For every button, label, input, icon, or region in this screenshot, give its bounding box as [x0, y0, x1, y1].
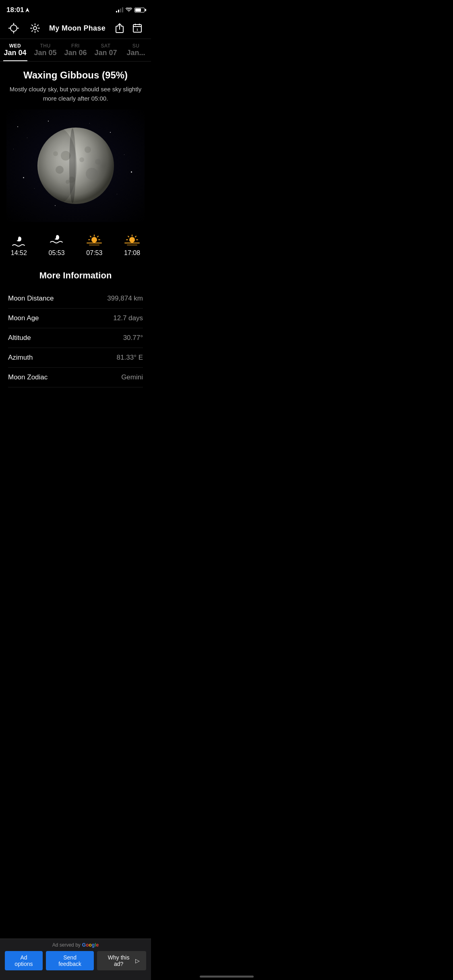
svg-point-26 [91, 237, 97, 243]
moon-image [35, 121, 116, 210]
moon-distance-row: Moon Distance 399,874 km [8, 289, 143, 309]
tab-fri[interactable]: FRI Jan 06 [60, 39, 91, 61]
tab-thu[interactable]: THU Jan 05 [30, 39, 60, 61]
battery-icon [134, 8, 145, 12]
crosshair-icon [8, 23, 19, 33]
tab-sat[interactable]: SAT Jan 07 [91, 39, 121, 61]
calendar-icon: 1 [132, 23, 142, 33]
svg-line-36 [135, 236, 136, 237]
svg-line-28 [97, 236, 98, 237]
moonset-icon [50, 234, 64, 247]
date-tabs: WED Jan 04 THU Jan 05 FRI Jan 06 SAT Jan… [0, 39, 151, 62]
app-title: My Moon Phase [49, 24, 105, 33]
more-info-section: More Information Moon Distance 399,874 k… [0, 266, 151, 395]
sunset-item: 17:08 [124, 234, 140, 257]
wifi-icon [126, 8, 132, 12]
status-bar: 18:01 [0, 0, 151, 18]
moonrise-icon [12, 234, 26, 247]
sunrise-item: 07:53 [86, 234, 102, 257]
share-button[interactable] [112, 21, 127, 35]
moon-container [6, 109, 145, 222]
moon-zodiac-row: Moon Zodiac Gemini [8, 368, 143, 387]
status-icons [116, 8, 145, 12]
moonrise-item: 14:52 [11, 234, 27, 257]
calendar-button[interactable]: 1 [130, 21, 145, 35]
nav-header: My Moon Phase 1 [0, 18, 151, 39]
settings-button[interactable] [28, 21, 42, 35]
svg-point-34 [129, 237, 135, 243]
svg-marker-0 [25, 8, 29, 12]
tab-sun[interactable]: SU Jan... [121, 39, 151, 61]
svg-line-30 [90, 236, 91, 237]
azimuth-row: Azimuth 81.33° E [8, 348, 143, 368]
svg-point-1 [10, 25, 17, 31]
nav-right-buttons: 1 [112, 21, 145, 35]
crosshair-button[interactable] [6, 21, 21, 35]
time-info-row: 14:52 05:53 07:53 [0, 226, 151, 266]
sunset-icon [124, 234, 140, 247]
svg-text:1: 1 [137, 28, 139, 31]
tab-wed[interactable]: WED Jan 04 [0, 39, 30, 61]
phase-description: Mostly cloudy sky, but you should see sk… [6, 85, 145, 103]
location-arrow-icon [25, 8, 29, 12]
svg-line-38 [128, 236, 129, 237]
more-info-title: More Information [8, 270, 143, 281]
svg-point-25 [69, 128, 76, 203]
phase-title: Waxing Gibbous (95%) [6, 70, 145, 81]
status-time: 18:01 [6, 6, 29, 14]
altitude-row: Altitude 30.77° [8, 328, 143, 348]
moon-age-row: Moon Age 12.7 days [8, 309, 143, 328]
gear-icon [30, 23, 40, 33]
sunrise-icon [86, 234, 102, 247]
share-icon [115, 23, 124, 33]
main-content: Waxing Gibbous (95%) Mostly cloudy sky, … [0, 62, 151, 222]
signal-icon [116, 8, 123, 12]
moonset-item: 05:53 [49, 234, 65, 257]
time-display: 18:01 [6, 6, 24, 14]
svg-point-6 [33, 27, 37, 30]
